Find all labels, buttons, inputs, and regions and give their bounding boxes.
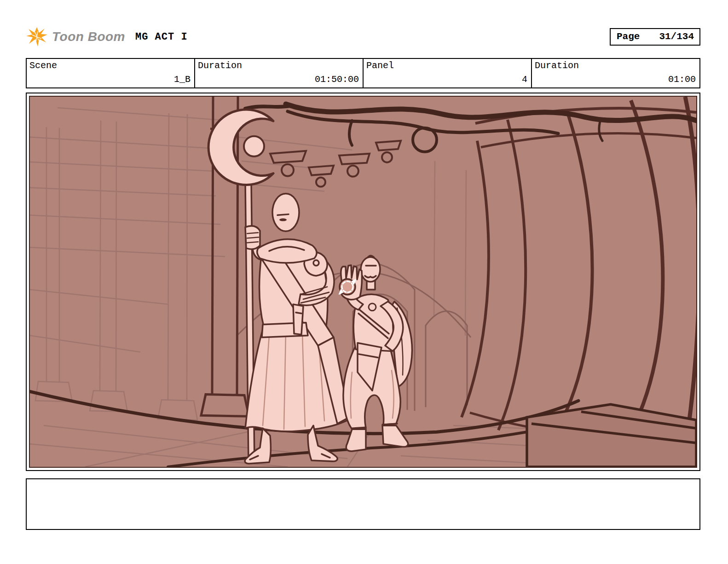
info-value-panel: 4 (366, 74, 527, 85)
crescent-orb (244, 136, 264, 157)
info-value-scene-duration: 01:50:00 (198, 74, 359, 85)
toonboom-logo: Toon Boom (26, 27, 125, 47)
toonboom-wordmark: Toon Boom (52, 29, 125, 44)
page-header: Toon Boom MG ACT I Page 31/134 (26, 26, 700, 48)
project-title: MG ACT I (135, 31, 188, 43)
info-label-scene-duration: Duration (198, 60, 359, 71)
storyboard-panel (29, 96, 697, 468)
page-label: Page (617, 31, 640, 42)
info-label-scene: Scene (29, 60, 191, 71)
short-figure-head (361, 257, 380, 282)
info-value-scene: 1_B (29, 74, 191, 85)
info-cell-panel-duration: Duration 01:00 (531, 59, 699, 87)
storyboard-panel-frame (26, 93, 700, 471)
storyboard-page: Toon Boom MG ACT I Page 31/134 Scene 1_B… (0, 0, 728, 564)
toonboom-burst-icon (26, 27, 48, 47)
page-indicator: Page 31/134 (610, 28, 700, 46)
info-table: Scene 1_B Duration 01:50:00 Panel 4 Dura… (26, 58, 700, 88)
info-value-panel-duration: 01:00 (535, 74, 696, 85)
caption-box (26, 478, 700, 530)
storyboard-drawing (30, 97, 696, 467)
info-cell-panel: Panel 4 (363, 59, 531, 87)
page-number: 31/134 (659, 31, 694, 42)
info-cell-scene-duration: Duration 01:50:00 (194, 59, 363, 87)
info-label-panel-duration: Duration (535, 60, 696, 71)
tall-figure-dagger (293, 304, 303, 335)
info-label-panel: Panel (366, 60, 527, 71)
info-cell-scene: Scene 1_B (27, 59, 194, 87)
tall-figure-head (272, 193, 299, 231)
